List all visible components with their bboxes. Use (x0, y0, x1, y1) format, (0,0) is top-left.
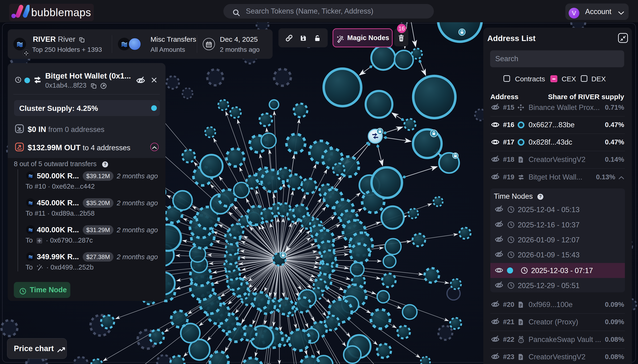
svg-text:?: ? (104, 162, 106, 167)
svg-text:?: ? (539, 194, 542, 199)
